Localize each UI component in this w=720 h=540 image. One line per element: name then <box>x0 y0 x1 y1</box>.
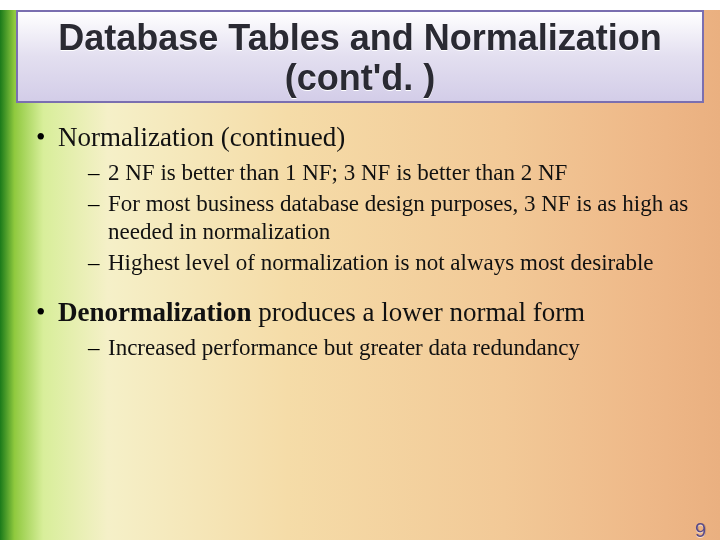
sub-bullet-item: 2 NF is better than 1 NF; 3 NF is better… <box>88 159 690 188</box>
sub-bullet-text: Highest level of normalization is not al… <box>108 250 654 275</box>
bullet-text: Normalization (continued) <box>58 122 345 152</box>
sub-bullet-list: 2 NF is better than 1 NF; 3 NF is better… <box>58 155 690 286</box>
sub-bullet-item: Highest level of normalization is not al… <box>88 249 690 278</box>
sub-bullet-item: Increased performance but greater data r… <box>88 334 690 363</box>
slide-title-box: Database Tables and Normalization (cont'… <box>16 10 704 103</box>
bullet-item: Denormalization produces a lower normal … <box>36 296 690 371</box>
slide-title-line1: Database Tables and Normalization <box>28 18 692 58</box>
sub-bullet-text: For most business database design purpos… <box>108 191 688 245</box>
page-number: 9 <box>695 519 706 540</box>
bullet-list: Normalization (continued) 2 NF is better… <box>36 121 690 370</box>
sub-bullet-text: 2 NF is better than 1 NF; 3 NF is better… <box>108 160 567 185</box>
slide-content: Normalization (continued) 2 NF is better… <box>0 111 720 370</box>
sub-bullet-list: Increased performance but greater data r… <box>58 330 690 371</box>
bullet-item: Normalization (continued) 2 NF is better… <box>36 121 690 286</box>
bullet-text: Denormalization produces a lower normal … <box>58 297 585 327</box>
slide: Database Tables and Normalization (cont'… <box>0 10 720 540</box>
slide-title-line2: (cont'd. ) <box>28 58 692 98</box>
sub-bullet-text: Increased performance but greater data r… <box>108 335 580 360</box>
sub-bullet-item: For most business database design purpos… <box>88 190 690 248</box>
